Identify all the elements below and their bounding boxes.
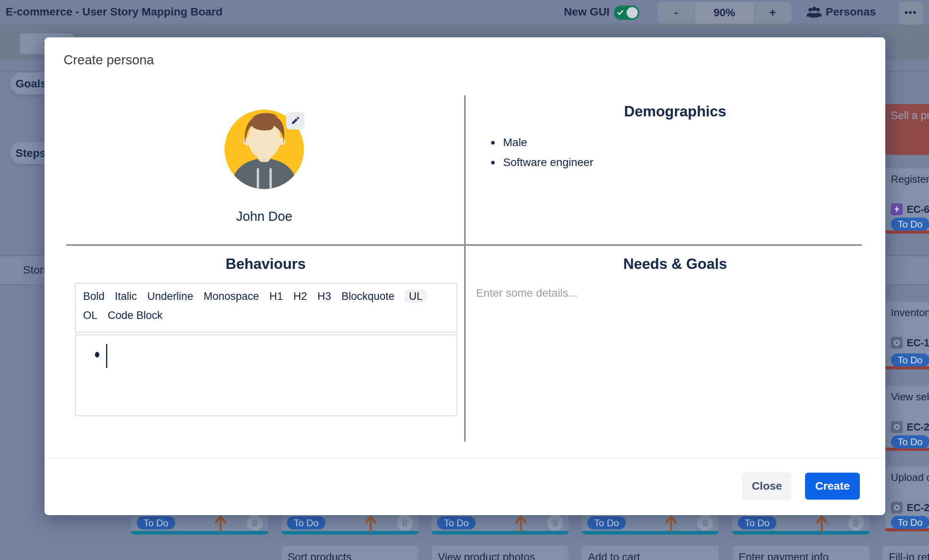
create-persona-modal: Create persona John Doe Demogra (45, 37, 885, 515)
personas-label: Personas (826, 6, 876, 18)
story-card[interactable]: Sort products (281, 546, 418, 560)
status-badge: To Do (287, 516, 325, 529)
story-icon (891, 421, 903, 433)
board-title: E-commerce - User Story Mapping Board (6, 0, 223, 24)
card-title: View product photos (438, 551, 562, 560)
behaviours-heading: Behaviours (66, 256, 465, 272)
story-card-ec16[interactable]: Inventory p EC-16 To Do (885, 302, 929, 369)
status-badge: To Do (891, 218, 929, 231)
close-button[interactable]: Close (742, 473, 792, 500)
arrow-up-icon[interactable] (513, 515, 529, 532)
more-options-button[interactable]: ••• (898, 2, 923, 25)
story-card-ec67[interactable]: Register se EC-67 To Do (885, 168, 929, 234)
trash-icon[interactable] (697, 515, 713, 531)
story-card[interactable]: Add to cart (582, 546, 719, 560)
card-title: Enter payment info (739, 551, 863, 560)
code-block-button[interactable]: Code Block (108, 309, 163, 322)
edit-avatar-button[interactable] (286, 112, 304, 129)
persona-name: John Doe (185, 209, 344, 224)
story-card[interactable]: View product photos (432, 546, 569, 560)
needs-goals-heading: Needs & Goals (473, 256, 877, 272)
blockquote-button[interactable]: Blockquote (341, 290, 395, 303)
demographics-item: Software engineer (501, 153, 593, 172)
list-bullet (95, 352, 99, 357)
epic-card[interactable]: Sell a prod (885, 104, 929, 155)
monospace-button[interactable]: Monospace (203, 290, 259, 303)
arrow-up-icon[interactable] (213, 515, 228, 532)
zoom-level: 90% (695, 2, 754, 24)
story-card-ec22[interactable]: View seller EC-22 To Do (885, 386, 929, 451)
status-badge: To Do (891, 516, 929, 529)
ol-button[interactable]: OL (83, 309, 97, 322)
status-badge: To Do (437, 516, 476, 529)
trash-icon[interactable] (547, 515, 563, 531)
modal-title: Create persona (64, 52, 154, 68)
story-icon (891, 502, 903, 514)
needs-goals-input[interactable]: Enter some details... (476, 287, 577, 299)
status-badge: To Do (738, 516, 776, 529)
epic-card-title: Sell a prod (891, 110, 929, 122)
arrow-up-icon[interactable] (814, 515, 830, 532)
status-badge: To Do (137, 516, 175, 529)
arrow-up-icon[interactable] (363, 515, 379, 532)
story-card[interactable]: Fill-in retai (883, 546, 929, 560)
quadrant-horizontal-divider (66, 244, 862, 246)
italic-button[interactable]: Italic (115, 290, 137, 303)
demographics-heading: Demographics (473, 103, 877, 120)
status-badge: To Do (891, 435, 929, 448)
h3-button[interactable]: H3 (317, 290, 331, 303)
issue-key: EC-16 (907, 337, 929, 349)
issue-key: EC-67 (907, 204, 929, 215)
create-button[interactable]: Create (805, 473, 860, 500)
card-title: Register se (891, 173, 929, 185)
bolt-icon (891, 203, 903, 215)
demographics-item: Male (501, 133, 593, 153)
new-gui-label: New GUI (564, 0, 610, 24)
h1-button[interactable]: H1 (269, 290, 283, 303)
card-title: Sort products (288, 551, 412, 560)
footer-divider (45, 458, 885, 458)
check-icon (617, 9, 624, 16)
status-badge: To Do (587, 516, 626, 529)
card-title: Add to cart (588, 551, 712, 560)
trash-icon[interactable] (397, 515, 413, 531)
h2-button[interactable]: H2 (293, 290, 307, 303)
bold-button[interactable]: Bold (83, 290, 105, 303)
toggle-knob (627, 7, 638, 18)
people-icon (807, 6, 822, 18)
issue-key: EC-27 (907, 502, 929, 514)
zoom-out-button[interactable]: - (657, 2, 695, 24)
demographics-list[interactable]: Male Software engineer (501, 133, 593, 172)
richtext-toolbar: Bold Italic Underline Monospace H1 H2 H3… (75, 283, 457, 333)
trash-icon[interactable] (247, 515, 263, 531)
card-title: Upload cer (891, 471, 929, 484)
card-title: Fill-in retai (889, 551, 929, 560)
zoom-in-button[interactable]: + (754, 2, 792, 24)
card-title: Inventory p (891, 307, 929, 319)
status-badge: To Do (891, 353, 929, 367)
pencil-icon (290, 116, 300, 126)
ul-button[interactable]: UL (405, 290, 427, 303)
card-title: View seller (891, 391, 929, 403)
text-cursor (106, 344, 107, 368)
arrow-up-icon[interactable] (663, 515, 679, 532)
personas-button[interactable]: Personas (807, 0, 876, 24)
zoom-control: - 90% + (657, 2, 792, 24)
underline-button[interactable]: Underline (147, 290, 194, 303)
story-card[interactable]: Enter payment info (732, 546, 869, 560)
issue-key: EC-22 (907, 421, 929, 433)
story-icon (891, 337, 903, 349)
trash-icon[interactable] (848, 515, 864, 531)
new-gui-toggle[interactable] (614, 6, 639, 20)
story-card-ec27[interactable]: Upload cer EC-27 To Do (885, 467, 929, 531)
behaviours-editor[interactable] (75, 334, 457, 416)
